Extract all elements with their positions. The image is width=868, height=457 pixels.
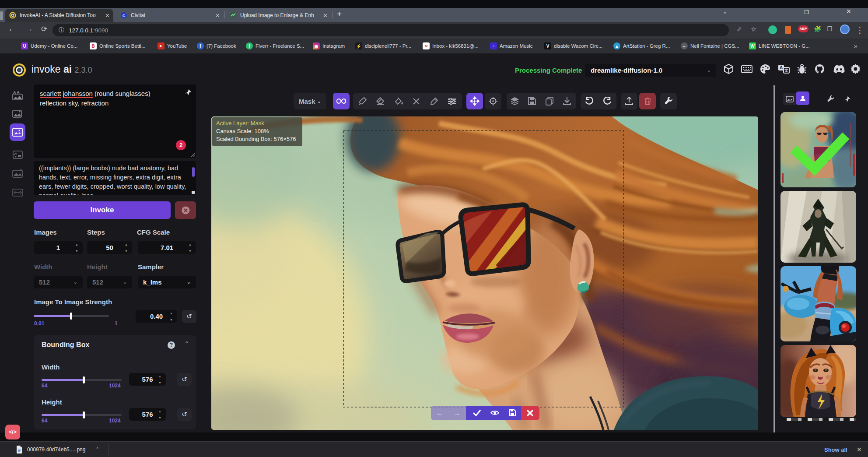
svg-text:A: A [780, 65, 783, 70]
svg-text:C: C [122, 14, 126, 18]
svg-text:文: 文 [784, 68, 788, 73]
